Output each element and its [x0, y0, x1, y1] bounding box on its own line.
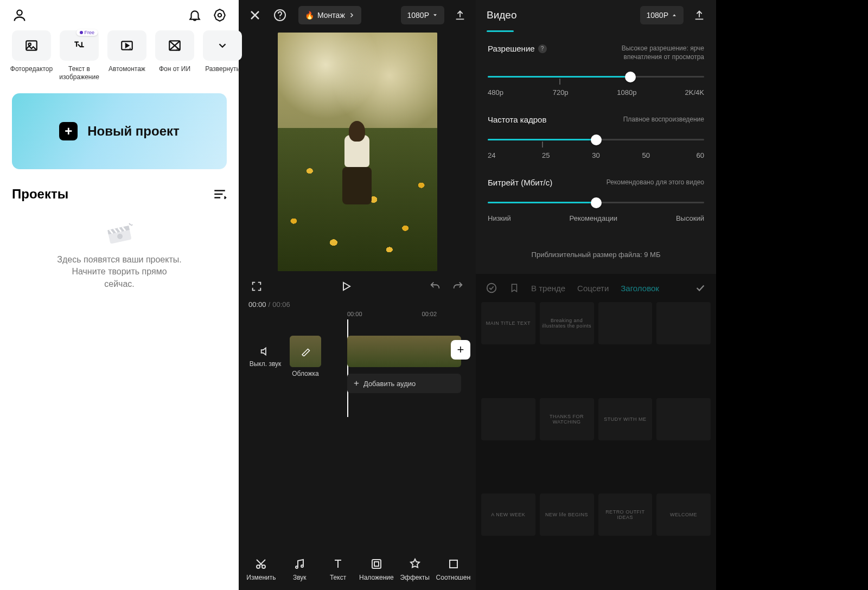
template-card[interactable]: RETRO OUTFIT IDEAS	[598, 493, 653, 536]
new-project-button[interactable]: + Новый проект	[12, 93, 227, 169]
close-icon[interactable]	[248, 9, 261, 22]
setting-title: Битрейт (Мбит/с)	[488, 178, 552, 187]
template-card[interactable]: WELCOME	[656, 493, 711, 536]
tool-text-to-image[interactable]: Free Текст в изображение	[60, 30, 99, 81]
tool-row: Фоторедактор Free Текст в изображение AI…	[12, 30, 227, 81]
slider-mark: 60	[688, 151, 704, 159]
tool-label: Автомонтаж	[108, 65, 145, 73]
tool-auto-montage[interactable]: AI Автомонтаж	[107, 30, 146, 81]
resolution-chip[interactable]: 1080P	[401, 6, 444, 24]
svg-point-21	[487, 284, 496, 293]
slider[interactable]	[488, 197, 704, 209]
add-clip-button[interactable]: +	[451, 340, 470, 360]
montage-label: Монтаж	[317, 11, 345, 20]
bt-label: Эффекты	[400, 574, 430, 581]
setting-desc: Плавное воспроизведение	[623, 115, 704, 124]
empty-text: сейчас.	[104, 279, 135, 288]
empty-state: Здесь появятся ваши проекты. Начните тво…	[12, 221, 227, 290]
template-card[interactable]: A NEW WEEK	[481, 493, 535, 536]
template-card[interactable]: STUDY WITH ME	[598, 398, 653, 440]
template-card[interactable]	[481, 398, 535, 440]
export-icon[interactable]	[454, 9, 466, 21]
add-audio-button[interactable]: + Добавить аудио	[347, 374, 461, 393]
setting-2: Битрейт (Мбит/с)Рекомендовано для этого …	[488, 178, 704, 222]
ruler-mark: 00:02	[422, 311, 437, 317]
setting-0: Разрешение?Высокое разрешение: ярче впеч…	[488, 44, 704, 97]
fullscreen-icon[interactable]	[251, 280, 263, 292]
svg-rect-19	[374, 562, 379, 566]
empty-text: Начните творить прямо	[72, 267, 167, 276]
tool-ratio[interactable]: Соотношение сторон	[436, 557, 471, 581]
template-browser: В тренде Соцсети Заголовок MAIN TITLE TE…	[476, 274, 716, 590]
svg-point-17	[301, 565, 303, 567]
mute-label: Выкл. звук	[250, 360, 282, 368]
export-icon[interactable]	[693, 9, 705, 21]
redo-icon[interactable]	[452, 280, 464, 292]
svg-rect-20	[450, 560, 457, 568]
tool-edit[interactable]: Изменить	[244, 557, 278, 581]
tool-label: Фон от ИИ	[159, 65, 190, 73]
bookmark-icon[interactable]	[509, 283, 519, 293]
video-clip[interactable]	[347, 336, 461, 367]
home-panel: Фоторедактор Free Текст в изображение AI…	[0, 0, 239, 590]
tool-expand[interactable]: Развернуть	[203, 30, 242, 81]
bell-icon[interactable]	[188, 8, 202, 22]
template-card[interactable]: MAIN TITLE TEXT	[481, 302, 535, 344]
plus-icon: +	[59, 122, 78, 140]
slider-mark: 24	[488, 151, 504, 159]
setting-1: Частота кадровПлавное воспроизведение242…	[488, 115, 704, 159]
tab-title[interactable]: Заголовок	[621, 284, 659, 293]
slider-thumb[interactable]	[625, 72, 636, 82]
slider[interactable]	[488, 71, 704, 83]
template-card[interactable]: Breaking and illustrates the points	[540, 302, 594, 344]
template-card[interactable]: THANKS FOR WATCHING	[540, 398, 594, 440]
template-card[interactable]	[656, 398, 711, 440]
slider-thumb[interactable]	[591, 197, 602, 208]
tab-trending[interactable]: В тренде	[531, 284, 565, 293]
svg-point-0	[17, 10, 22, 15]
sort-icon[interactable]	[213, 188, 227, 200]
help-icon[interactable]	[273, 9, 286, 22]
tool-overlay[interactable]: Наложение	[359, 557, 394, 581]
bt-label: Наложение	[359, 574, 394, 581]
profile-icon[interactable]	[12, 8, 27, 23]
cover-button[interactable]: Обложка	[289, 336, 322, 377]
bt-label: Соотношение сторон	[436, 574, 471, 581]
mute-toggle[interactable]: Выкл. звук	[248, 345, 282, 368]
undo-icon[interactable]	[429, 280, 441, 292]
template-card[interactable]	[656, 302, 711, 344]
preview-canvas[interactable]	[278, 33, 437, 271]
time-current: 00:00	[248, 300, 266, 309]
free-badge: Free	[76, 29, 98, 36]
tool-label: Развернуть	[205, 65, 240, 73]
slider[interactable]	[488, 134, 704, 146]
bt-label: Изменить	[246, 574, 276, 581]
slider-mark: 25	[538, 151, 554, 159]
tool-effects[interactable]: Эффекты	[398, 557, 432, 581]
play-icon[interactable]	[340, 280, 353, 293]
montage-chip[interactable]: 🔥 Монтаж	[298, 6, 361, 24]
off-toggle-icon[interactable]	[486, 282, 497, 294]
tool-text[interactable]: Текст	[321, 557, 355, 581]
resolution-chip[interactable]: 1080P	[640, 6, 684, 24]
slider-mark: 1080p	[617, 88, 636, 97]
help-badge-icon[interactable]: ?	[538, 44, 547, 53]
file-size-text: Приблизительный размер файла: 9 МБ	[476, 251, 716, 259]
gear-icon[interactable]	[213, 8, 227, 22]
check-icon[interactable]	[694, 282, 706, 294]
template-card[interactable]	[598, 302, 653, 344]
template-card[interactable]: NEW life BEGINS	[540, 493, 594, 536]
ruler-mark: 00:00	[347, 311, 362, 317]
slider-thumb[interactable]	[591, 134, 602, 145]
tool-ai-bg[interactable]: AI Фон от ИИ	[155, 30, 194, 81]
tab-social[interactable]: Соцсети	[577, 284, 609, 293]
timeline[interactable]: Выкл. звук Обложка + + Добавить аудио	[239, 319, 476, 417]
tool-photo-editor[interactable]: Фоторедактор	[12, 30, 51, 81]
flame-icon: 🔥	[305, 11, 314, 20]
setting-desc: Высокое разрешение: ярче впечатления от …	[596, 44, 704, 61]
new-project-label: Новый проект	[87, 124, 180, 139]
tool-audio[interactable]: Звук	[282, 557, 317, 581]
svg-point-16	[296, 566, 298, 568]
tool-label: Текст в изображение	[59, 65, 99, 81]
bt-label: Звук	[293, 574, 307, 581]
